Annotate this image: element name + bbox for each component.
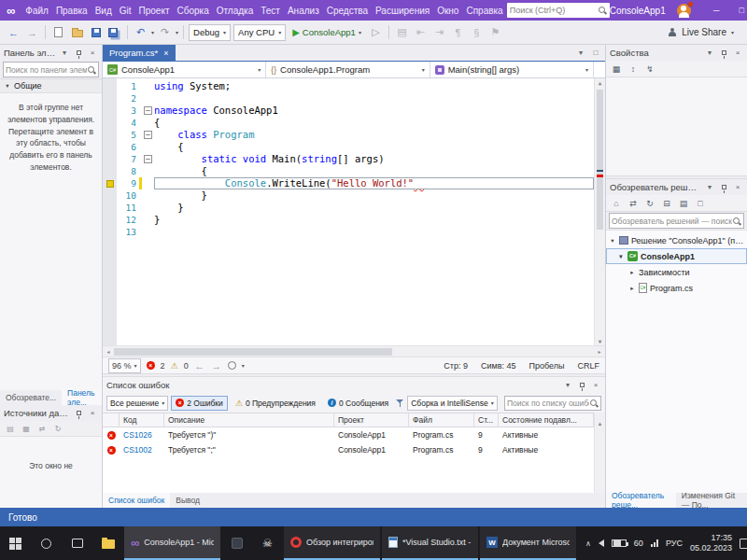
status-line[interactable]: Стр: 9 <box>444 361 468 371</box>
code-text[interactable]: { <box>154 165 594 177</box>
code-text[interactable]: { <box>154 117 594 129</box>
start-debug-button[interactable]: ▶ ConsoleApp1 ▾ <box>289 24 365 41</box>
code-line-11[interactable]: 11 } <box>103 202 594 214</box>
type-dropdown[interactable]: {} ConsoleApp1.Program ▾ <box>266 62 430 77</box>
menu-extensions[interactable]: Расширения <box>372 0 433 21</box>
member-dropdown[interactable]: Main(string[] args) ▾ <box>430 62 594 77</box>
scroll-right-icon[interactable]: ▸ <box>594 348 605 355</box>
code-line-1[interactable]: 1using System; <box>103 80 594 92</box>
code-text[interactable]: using System; <box>154 80 594 92</box>
fold-marker-icon[interactable]: – <box>142 105 154 117</box>
redo-dropdown-icon[interactable]: ▾ <box>176 29 178 35</box>
live-share-button[interactable]: Live Share ▾ <box>667 27 741 37</box>
data-sources-header[interactable]: Источники данных × <box>0 405 102 421</box>
alphabetical-icon[interactable]: ↕ <box>627 63 639 75</box>
menu-view[interactable]: Вид <box>92 0 116 21</box>
code-line-7[interactable]: 7– static void Main(string[] args) <box>103 153 594 165</box>
find-in-files-icon[interactable]: ▤ <box>394 24 410 41</box>
menu-debug[interactable]: Отладка <box>213 0 258 21</box>
menu-project[interactable]: Проект <box>135 0 174 21</box>
close-icon[interactable]: × <box>732 182 743 193</box>
pin-icon[interactable] <box>718 182 729 193</box>
home-icon[interactable]: ⌂ <box>611 198 622 209</box>
platform-dropdown[interactable]: Any CPU ▾ <box>233 24 286 41</box>
quick-search-box[interactable] <box>507 3 610 18</box>
tab-solution-explorer[interactable]: Обозреватель реше... <box>606 493 676 508</box>
outdent-icon[interactable]: ⇤ <box>413 24 429 41</box>
status-spaces[interactable]: Пробелы <box>529 361 565 371</box>
taskbar-search-icon[interactable] <box>31 526 62 560</box>
menu-help[interactable]: Справка <box>462 0 506 21</box>
pin-icon[interactable] <box>718 48 729 59</box>
chevron-down-icon[interactable]: ▾ <box>609 237 616 245</box>
run-without-debug-icon[interactable]: ▷ <box>368 24 384 41</box>
toolbox-search-input[interactable] <box>6 65 87 75</box>
editor-vertical-scrollbar[interactable]: ▲ ▼ <box>594 78 605 345</box>
breakpoint-margin-cell[interactable] <box>103 117 117 129</box>
error-code[interactable]: CS1002 <box>120 442 164 457</box>
breakpoint-margin-cell[interactable] <box>103 226 117 238</box>
tab-git-changes[interactable]: Изменения Git — По... <box>676 493 747 508</box>
collapse-all-icon[interactable]: ⊟ <box>661 198 672 209</box>
show-all-files-icon[interactable]: ▤ <box>678 198 689 209</box>
navigate-back-icon[interactable]: ← <box>6 24 21 41</box>
menu-tools[interactable]: Средства <box>323 0 372 21</box>
open-file-icon[interactable] <box>69 24 85 41</box>
taskbar-app-notepad[interactable]: *Visual Studio.txt - ... <box>382 526 478 560</box>
menu-test[interactable]: Тест <box>257 0 284 21</box>
switch-views-icon[interactable]: ⇄ <box>627 198 639 209</box>
tab-output[interactable]: Вывод <box>170 493 205 508</box>
code-line-10[interactable]: 10 } <box>103 189 594 202</box>
code-line-9[interactable]: 9 Console.WriteLine("Hello World!" <box>103 177 594 189</box>
menu-git[interactable]: Git <box>116 0 135 21</box>
tree-item-program-cs[interactable]: ▸ C# Program.cs <box>606 280 747 296</box>
navigate-forward-icon[interactable]: → <box>211 357 222 374</box>
breakpoint-margin-cell[interactable] <box>103 214 117 226</box>
warning-count[interactable]: 0 <box>184 361 189 371</box>
close-icon[interactable]: × <box>732 48 743 59</box>
error-list-search-box[interactable] <box>504 396 601 411</box>
code-text[interactable]: } <box>154 189 594 202</box>
taskbar-app-word[interactable]: W Документ Microso... <box>480 526 576 560</box>
close-icon[interactable]: × <box>87 48 98 59</box>
quick-search-input[interactable] <box>510 6 598 15</box>
edit-data-source-icon[interactable]: ▦ <box>21 423 32 434</box>
code-text[interactable]: { <box>154 141 594 153</box>
warning-count-icon[interactable]: ⚠ <box>171 361 178 371</box>
column-severity[interactable] <box>103 413 120 427</box>
taskbar-app-skull[interactable]: ☠ <box>252 526 283 560</box>
scroll-left-icon[interactable]: ◂ <box>103 348 114 355</box>
language-indicator[interactable]: РУС <box>666 539 683 548</box>
float-window-icon[interactable]: □ <box>590 48 601 59</box>
code-line-4[interactable]: 4{ <box>103 117 594 129</box>
code-line-5[interactable]: 5– class Program <box>103 129 594 141</box>
maximize-button[interactable]: □ <box>729 0 747 21</box>
filter-icon[interactable] <box>396 399 404 408</box>
undo-icon[interactable]: ↶ <box>133 24 148 41</box>
taskbar-app-visual-studio[interactable]: ∞ ConsoleApp1 - Mic... <box>124 526 220 560</box>
refresh-icon[interactable]: ↻ <box>52 423 63 434</box>
toolbox-section-general[interactable]: ▾ Общие <box>0 79 102 93</box>
taskbar-app-browser[interactable]: Обзор интегриров... <box>284 526 380 560</box>
tree-item-project[interactable]: ▾ C# ConsoleApp1 <box>606 248 747 264</box>
menu-file[interactable]: Файл <box>21 0 52 21</box>
column-file[interactable]: Файл <box>409 413 474 427</box>
pin-icon[interactable] <box>576 380 587 391</box>
menu-edit[interactable]: Правка <box>52 0 92 21</box>
code-line-2[interactable]: 2 <box>103 92 594 105</box>
error-count[interactable]: 2 <box>161 361 165 371</box>
scroll-down-icon[interactable]: ▼ <box>595 338 605 344</box>
fold-marker-icon[interactable]: – <box>142 129 154 141</box>
navigate-back-icon[interactable]: ← <box>194 357 205 374</box>
column-project[interactable]: Проект <box>334 413 409 427</box>
new-file-icon[interactable] <box>50 24 66 41</box>
error-row-cs1002[interactable]: × CS1002 Требуется ";" ConsoleApp1 Progr… <box>103 442 594 457</box>
tab-server-explorer[interactable]: Обозревате... <box>0 390 62 405</box>
solution-search-box[interactable] <box>609 213 744 229</box>
menu-analyze[interactable]: Анализ <box>284 0 323 21</box>
navigate-forward-icon[interactable]: → <box>24 24 40 41</box>
code-line-3[interactable]: 3–namespace ConsoleApp1 <box>103 105 594 117</box>
close-icon[interactable]: × <box>163 49 168 58</box>
breakpoint-margin-cell[interactable] <box>103 153 117 165</box>
configure-icon[interactable]: ⇄ <box>36 423 48 434</box>
